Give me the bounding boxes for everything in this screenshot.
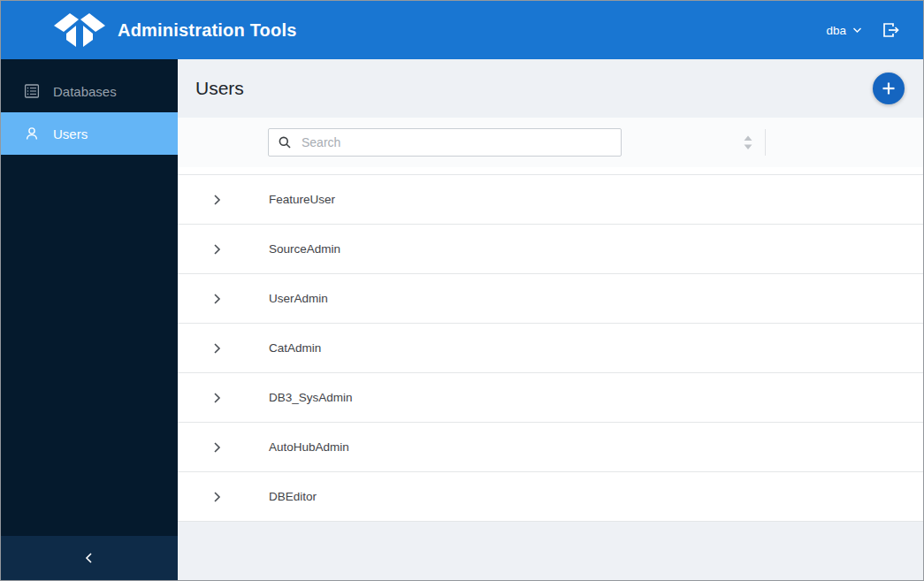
main-layout: Databases Users: [1, 59, 923, 580]
user-name: DBEditor: [269, 490, 317, 503]
user-name: SourceAdmin: [269, 242, 340, 256]
user-name: CatAdmin: [269, 341, 321, 355]
content-area: Users: [178, 59, 923, 580]
topbar: Administration Tools dba: [1, 1, 923, 59]
chevron-right-icon[interactable]: [210, 341, 224, 355]
user-row[interactable]: UserAdmin: [178, 273, 923, 323]
user-name: UserAdmin: [269, 292, 328, 305]
sidebar-item-users[interactable]: Users: [1, 112, 178, 155]
add-user-button[interactable]: [873, 73, 905, 104]
user-name: DB3_SysAdmin: [269, 391, 353, 404]
user-row[interactable]: CatAdmin: [178, 323, 923, 372]
databases-icon: [24, 83, 40, 99]
logout-button[interactable]: [880, 19, 902, 41]
chevron-right-icon[interactable]: [210, 193, 224, 207]
page-title: Users: [195, 78, 244, 99]
user-row[interactable]: AutoHubAdmin: [178, 422, 923, 471]
chevron-right-icon[interactable]: [210, 440, 224, 455]
sidebar: Databases Users: [1, 59, 178, 580]
sidebar-nav: Databases Users: [1, 59, 178, 536]
page-header: Users: [178, 59, 923, 118]
user-row[interactable]: FeatureUser: [178, 174, 923, 224]
logout-icon: [880, 19, 902, 41]
sidebar-item-databases[interactable]: Databases: [1, 70, 178, 112]
chevron-down-icon: [852, 27, 862, 34]
search-input[interactable]: [300, 134, 612, 150]
user-name: FeatureUser: [269, 193, 335, 206]
sort-icon: [743, 135, 753, 150]
sidebar-item-label: Users: [53, 126, 88, 141]
search-icon: [278, 135, 292, 149]
user-row[interactable]: DB3_SysAdmin: [178, 372, 923, 422]
plus-icon: [881, 80, 897, 96]
sidebar-collapse-button[interactable]: [1, 536, 178, 580]
teradata-logo: [52, 11, 107, 50]
list-toolbar: [178, 118, 923, 167]
user-row[interactable]: SourceAdmin: [178, 224, 923, 273]
topbar-actions: dba: [826, 19, 902, 41]
chevron-left-icon: [82, 551, 96, 565]
sort-button[interactable]: [743, 132, 753, 154]
toolbar-divider: [765, 129, 766, 156]
user-name: AutoHubAdmin: [269, 440, 349, 454]
app-title: Administration Tools: [118, 20, 297, 41]
chevron-right-icon[interactable]: [210, 242, 224, 256]
users-list: FeatureUser SourceAdmin UserAdmin: [178, 167, 923, 522]
search-box: [268, 128, 622, 157]
user-menu-label: dba: [826, 24, 846, 37]
users-icon: [24, 126, 40, 141]
sidebar-item-label: Databases: [53, 84, 117, 99]
app-window: Administration Tools dba: [0, 0, 924, 581]
user-row[interactable]: DBEditor: [178, 471, 923, 521]
chevron-right-icon[interactable]: [210, 391, 224, 405]
user-menu-button[interactable]: dba: [826, 24, 862, 37]
chevron-right-icon[interactable]: [210, 292, 224, 306]
chevron-right-icon[interactable]: [210, 490, 224, 504]
